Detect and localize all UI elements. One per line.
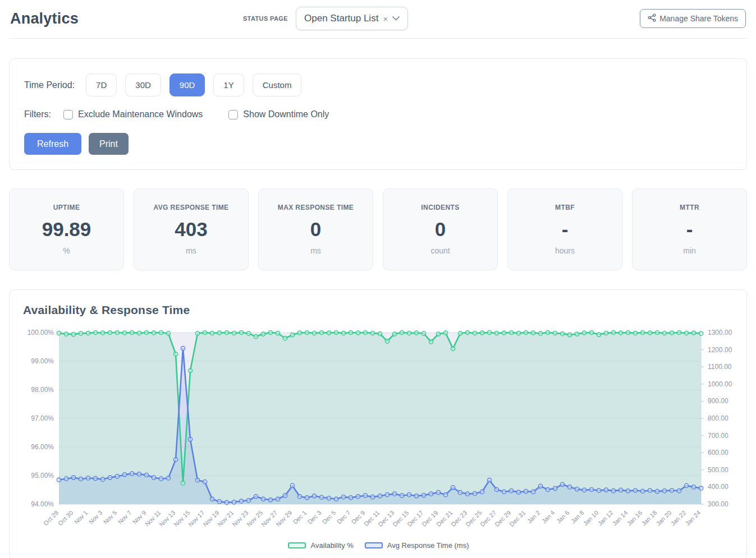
filters-row: Filters: Exclude Maintenance Windows Sho… [24, 109, 732, 119]
stat-unit: % [14, 246, 119, 255]
svg-text:Jan 14: Jan 14 [611, 509, 629, 527]
status-page-label: STATUS PAGE [243, 15, 288, 22]
stats-row: UPTIME 99.89 % AVG RESPONSE TIME 403 ms … [9, 188, 747, 270]
svg-text:98.00%: 98.00% [31, 386, 54, 394]
legend-label: Availability % [310, 541, 353, 550]
svg-text:Nov 7: Nov 7 [117, 509, 133, 525]
stat-unit: hours [512, 246, 617, 255]
svg-text:Jan 6: Jan 6 [555, 509, 571, 525]
manage-share-tokens-button[interactable]: Manage Share Tokens [640, 9, 746, 28]
checkbox-icon[interactable] [228, 110, 238, 119]
svg-text:Nov 5: Nov 5 [102, 509, 118, 525]
svg-text:Oct 28: Oct 28 [42, 509, 59, 527]
svg-text:94.00%: 94.00% [31, 500, 54, 508]
exclude-maintenance-checkbox[interactable]: Exclude Maintenance Windows [63, 109, 203, 119]
filters-panel: Time Period: 7D 30D 90D 1Y Custom Filter… [9, 58, 747, 170]
stat-value: - [512, 218, 617, 241]
period-button-7d[interactable]: 7D [86, 73, 117, 96]
stat-label: AVG RESPONSE TIME [139, 204, 244, 211]
svg-text:Jan 10: Jan 10 [582, 509, 600, 527]
chart-area: 100.00%99.00%98.00%97.00%96.00%95.00%94.… [23, 325, 734, 540]
svg-text:Jan 2: Jan 2 [526, 509, 542, 525]
svg-text:400.00: 400.00 [708, 483, 728, 491]
availability-response-chart: 100.00%99.00%98.00%97.00%96.00%95.00%94.… [23, 325, 734, 538]
period-button-1y[interactable]: 1Y [213, 73, 244, 96]
svg-text:Nov 29: Nov 29 [274, 509, 293, 528]
stat-unit: min [637, 246, 742, 255]
analytics-page: Analytics STATUS PAGE Open Startup List … [0, 0, 756, 558]
manage-share-tokens-label: Manage Share Tokens [659, 14, 738, 23]
filters-label: Filters: [24, 109, 51, 119]
svg-text:99.00%: 99.00% [31, 357, 54, 365]
clear-selection-icon[interactable]: × [383, 15, 388, 23]
period-button-30d[interactable]: 30D [125, 73, 161, 96]
stat-value: 403 [139, 218, 244, 241]
period-button-90d[interactable]: 90D [169, 73, 205, 96]
svg-text:1100.00: 1100.00 [708, 363, 732, 371]
svg-text:1000.00: 1000.00 [708, 380, 732, 388]
svg-text:Jan 4: Jan 4 [540, 509, 556, 525]
stat-label: UPTIME [14, 204, 119, 211]
show-downtime-checkbox[interactable]: Show Downtime Only [228, 109, 329, 119]
svg-text:Nov 3: Nov 3 [88, 509, 104, 525]
header: Analytics STATUS PAGE Open Startup List … [9, 0, 747, 39]
legend-item-availability: Availability % [288, 541, 353, 550]
svg-text:Dec 31: Dec 31 [508, 509, 526, 528]
svg-text:97.00%: 97.00% [31, 414, 54, 422]
stat-value: 0 [263, 218, 368, 241]
svg-text:Jan 20: Jan 20 [655, 509, 673, 527]
chevron-down-icon[interactable] [392, 16, 400, 21]
checkbox-icon[interactable] [63, 110, 73, 119]
svg-text:300.00: 300.00 [708, 500, 728, 508]
exclude-maintenance-label: Exclude Maintenance Windows [78, 109, 203, 119]
stat-label: INCIDENTS [388, 204, 493, 211]
chart-title: Availability & Response Time [23, 303, 734, 317]
stat-value: 0 [388, 218, 493, 241]
svg-text:96.00%: 96.00% [31, 443, 54, 451]
stat-card-avg-response: AVG RESPONSE TIME 403 ms [134, 188, 249, 270]
stat-unit: ms [139, 246, 244, 255]
svg-text:Dec 1: Dec 1 [292, 509, 308, 525]
show-downtime-label: Show Downtime Only [243, 109, 329, 119]
svg-text:Jan 22: Jan 22 [670, 509, 688, 527]
time-period-row: Time Period: 7D 30D 90D 1Y Custom [24, 73, 732, 96]
svg-text:Dec 3: Dec 3 [306, 509, 323, 525]
svg-text:Dec 5: Dec 5 [321, 509, 337, 525]
print-button[interactable]: Print [89, 133, 129, 155]
period-button-custom[interactable]: Custom [253, 73, 302, 96]
svg-text:600.00: 600.00 [708, 449, 728, 456]
stat-value: - [637, 218, 742, 241]
stat-card-max-response: MAX RESPONSE TIME 0 ms [258, 188, 373, 270]
svg-text:100.00%: 100.00% [28, 329, 54, 336]
chart-legend: Availability % Avg Response Time (ms) [23, 541, 734, 550]
share-icon [648, 13, 656, 24]
response-swatch-icon [365, 542, 383, 548]
stat-card-mtbf: MTBF - hours [507, 188, 622, 270]
svg-text:1300.00: 1300.00 [708, 329, 732, 336]
stat-label: MTBF [512, 204, 617, 211]
refresh-button[interactable]: Refresh [24, 133, 81, 155]
stat-value: 99.89 [14, 218, 119, 241]
svg-text:1200.00: 1200.00 [708, 346, 732, 354]
time-period-label: Time Period: [24, 80, 75, 90]
chart-panel: Availability & Response Time 100.00%99.0… [9, 289, 747, 558]
page-title: Analytics [10, 10, 79, 27]
stat-unit: count [388, 246, 493, 255]
actions-row: Refresh Print [24, 133, 732, 155]
status-page-value: Open Startup List [304, 13, 378, 24]
stat-label: MTTR [637, 204, 742, 211]
status-page-select[interactable]: Open Startup List × [296, 7, 408, 30]
svg-text:800.00: 800.00 [708, 414, 728, 422]
svg-text:Jan 24: Jan 24 [684, 509, 702, 527]
svg-text:Dec 7: Dec 7 [336, 509, 352, 525]
svg-text:700.00: 700.00 [708, 432, 728, 440]
stat-card-incidents: INCIDENTS 0 count [383, 188, 498, 270]
stat-card-uptime: UPTIME 99.89 % [9, 188, 124, 270]
availability-swatch-icon [288, 542, 306, 548]
svg-text:Jan 12: Jan 12 [597, 509, 615, 527]
svg-text:95.00%: 95.00% [31, 472, 54, 479]
stat-label: MAX RESPONSE TIME [263, 204, 368, 211]
svg-text:Jan 16: Jan 16 [626, 509, 644, 527]
stat-card-mttr: MTTR - min [632, 188, 747, 270]
legend-item-response: Avg Response Time (ms) [365, 541, 469, 550]
